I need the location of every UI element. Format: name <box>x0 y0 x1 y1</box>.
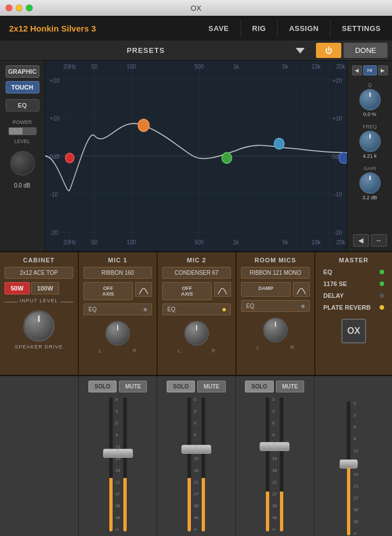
room-knob[interactable] <box>263 318 288 342</box>
mic1-fader-channel-r <box>123 397 127 536</box>
level-knob[interactable] <box>10 151 35 176</box>
room-model[interactable]: RIBBON 121 MONO <box>241 267 310 279</box>
mic2-fader-handle-r[interactable] <box>195 445 211 454</box>
master-fader-handle[interactable] <box>340 459 358 468</box>
window-title: OX <box>191 4 202 12</box>
mic2-model[interactable]: CONDENSER 67 <box>162 267 231 279</box>
watt-buttons: 50W 100W <box>5 282 73 294</box>
mic2-curve-button[interactable] <box>214 282 231 297</box>
mic1-eq-button[interactable]: EQ <box>83 303 152 315</box>
close-button[interactable] <box>6 5 12 11</box>
mic2-eq-button[interactable]: EQ <box>162 303 231 315</box>
assign-button[interactable]: ASSIGN <box>278 20 331 37</box>
gain-knob-container: GAIN 3.2 dB <box>351 166 389 200</box>
mic2-fader-rail-l[interactable] <box>187 397 191 532</box>
mic1-knob[interactable] <box>105 321 130 346</box>
room-curve-button[interactable] <box>293 282 310 297</box>
mic1-fader-handle-l[interactable] <box>103 449 119 458</box>
50w-button[interactable]: 50W <box>5 282 30 294</box>
settings-button[interactable]: SETTINGS <box>331 20 392 37</box>
fader-scale-4: 036912151821273646∞ <box>352 401 359 536</box>
svg-text:500: 500 <box>194 239 204 245</box>
master-delay-row[interactable]: DELAY <box>320 291 387 301</box>
done-button[interactable]: DONE <box>344 43 387 58</box>
master-eq-row[interactable]: EQ <box>320 267 387 277</box>
eq-right-arrow[interactable]: ↔ <box>371 234 387 247</box>
mic2-fader-handle-l[interactable] <box>181 445 197 454</box>
rig-button[interactable]: RIG <box>241 20 278 37</box>
master-fader-tracks: 036912151821273646∞ <box>317 401 390 536</box>
master-1176-row[interactable]: 1176 SE <box>320 279 387 289</box>
mic2-mute-button[interactable]: MUTE <box>197 381 225 392</box>
svg-text:1k: 1k <box>233 64 239 70</box>
gain-value: 3.2 dB <box>362 195 377 200</box>
next-band-button[interactable]: ▶ <box>378 65 388 75</box>
speaker-drive-knob[interactable] <box>23 310 55 342</box>
room-solo-button[interactable]: SOLO <box>245 381 273 392</box>
q-knob[interactable] <box>359 89 381 110</box>
gain-label: GAIN <box>363 166 376 171</box>
mic1-fader-rail-l[interactable] <box>109 397 113 532</box>
mic2-lr-labels: L R <box>162 348 231 354</box>
eq-button[interactable]: EQ <box>6 99 39 111</box>
prev-band-button[interactable]: ◀ <box>352 65 362 75</box>
svg-text:50: 50 <box>91 239 97 245</box>
master-reverb-row[interactable]: PLATE REVERB <box>320 302 387 312</box>
maximize-button[interactable] <box>26 5 33 11</box>
mic1-off-axis-button[interactable]: OFFAXIS <box>83 282 133 300</box>
cabinet-title: CABINET <box>5 257 73 263</box>
power-on-button[interactable]: ⏻ <box>316 43 341 58</box>
mic2-solo-button[interactable]: SOLO <box>167 381 195 392</box>
room-mute-button[interactable]: MUTE <box>276 381 304 392</box>
svg-text:5k: 5k <box>282 64 288 70</box>
mic1-solo-button[interactable]: SOLO <box>88 381 117 392</box>
mic1-curve-button[interactable] <box>135 282 152 297</box>
svg-point-40 <box>138 119 149 132</box>
save-button[interactable]: SAVE <box>197 20 240 37</box>
svg-text:-20: -20 <box>50 230 58 236</box>
master-fader-col: 036912151821273646∞ <box>314 376 392 536</box>
room-damp-button[interactable]: DAMP <box>241 282 291 297</box>
gain-knob[interactable] <box>359 172 381 194</box>
power-toggle[interactable] <box>8 127 37 135</box>
mic1-mute-button[interactable]: MUTE <box>119 381 147 392</box>
eq-display[interactable]: +20 +10 0dB -10 -20 +20 +10 0dB -10 -20 … <box>45 61 347 251</box>
master-fader: 036912151821273646∞ <box>346 401 359 536</box>
hi-button[interactable]: HI <box>363 65 377 75</box>
mic1-left-fader: 036912151821273646∞ <box>109 397 127 536</box>
freq-knob[interactable] <box>359 131 381 152</box>
graphic-button[interactable]: GRAPHIC <box>6 65 39 78</box>
presets-dropdown-icon[interactable] <box>296 48 305 53</box>
touch-button[interactable]: TOUCH <box>6 81 39 93</box>
svg-text:500: 500 <box>194 64 204 70</box>
svg-text:+10: +10 <box>50 115 60 122</box>
preset-name[interactable]: 2x12 Honkin Silvers 3 <box>0 24 197 33</box>
mic1-fader-tracks: 036912151821273646∞ <box>81 397 154 536</box>
room-fader-handle-l[interactable] <box>260 442 275 451</box>
cabinet-model[interactable]: 2x12 ACE TOP <box>5 267 73 279</box>
mic1-fader-rail-r[interactable] <box>123 397 127 532</box>
room-fader-rail-r[interactable] <box>279 397 284 532</box>
room-level-fill-r <box>280 492 283 531</box>
room-fader-rail-l[interactable] <box>265 397 270 532</box>
minimize-button[interactable] <box>16 5 23 11</box>
mic1-model[interactable]: RIBBON 160 <box>83 267 152 279</box>
mic2-off-axis-button[interactable]: OFFAXIS <box>162 282 212 300</box>
mic2-fader-rail-r[interactable] <box>201 397 206 532</box>
window-controls <box>6 5 33 11</box>
master-fader-rail[interactable] <box>346 401 351 536</box>
svg-text:-20: -20 <box>334 230 342 236</box>
100w-button[interactable]: 100W <box>31 282 60 294</box>
eq-left-arrow[interactable]: ◀ <box>353 234 369 247</box>
mic2-knob[interactable] <box>184 321 209 346</box>
fader-scale-2: 036912151821273646∞ <box>193 397 200 532</box>
fader-scale: 036912151821273646∞ <box>114 397 122 532</box>
mic1-fader-handle-r[interactable] <box>117 449 133 458</box>
room-fader-handle-r[interactable] <box>274 442 289 451</box>
ox-button[interactable]: OX <box>341 319 366 343</box>
q-value: 0.0 % <box>363 111 376 117</box>
svg-point-43 <box>339 153 347 163</box>
svg-text:+20: +20 <box>333 77 342 84</box>
room-fader-buttons: SOLO MUTE <box>245 381 304 392</box>
room-eq-button[interactable]: EQ <box>241 300 310 312</box>
